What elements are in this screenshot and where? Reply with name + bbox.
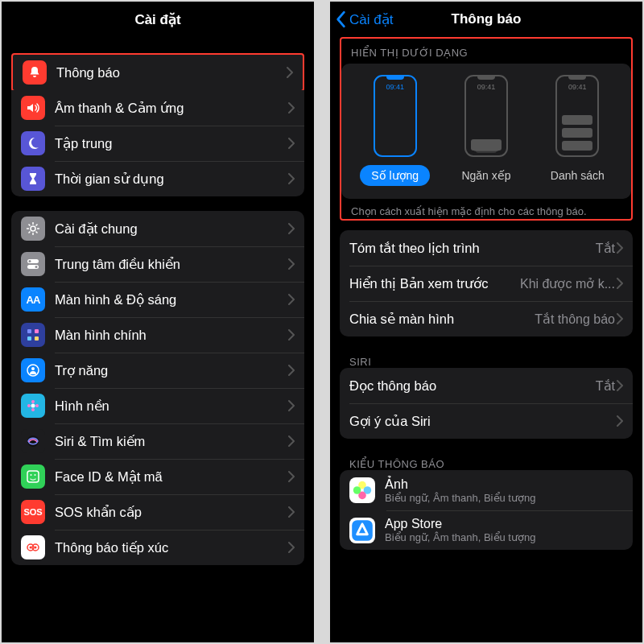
style-header: KIỂU THÔNG BÁO	[349, 458, 623, 470]
row-screentime[interactable]: Thời gian sử dụng	[11, 161, 304, 196]
option-label: Danh sách	[539, 165, 616, 186]
chevron-right-icon	[288, 258, 295, 270]
hourglass-icon	[21, 167, 45, 191]
svg-point-18	[31, 474, 32, 476]
row-exposure[interactable]: Thông báo tiếp xúc	[11, 530, 304, 565]
row-label: Thông báo tiếp xúc	[55, 540, 288, 555]
display-option-list[interactable]: 09:41Danh sách	[537, 75, 617, 186]
row-value: Tắt	[596, 378, 615, 394]
switch-icon	[21, 252, 45, 276]
row-wallpaper[interactable]: Hình nền	[11, 388, 304, 423]
row-notifications[interactable]: Thông báo	[13, 55, 303, 90]
siri-header: SIRI	[349, 356, 623, 368]
svg-point-22	[30, 547, 32, 549]
grid-icon	[21, 323, 45, 347]
speaker-icon	[21, 96, 45, 120]
row-label: Chia sẻ màn hình	[349, 312, 535, 327]
chevron-right-icon	[288, 542, 295, 553]
display-as-section-highlight: HIỂN THỊ DƯỚI DẠNG 09:41Số lượng09:41Ngă…	[340, 37, 633, 221]
app-row-appstore[interactable]: App StoreBiểu ngữ, Âm thanh, Biểu tượng	[340, 510, 633, 550]
row-summary[interactable]: Tóm tắt theo lịch trìnhTắt	[340, 230, 633, 266]
row-label: Siri & Tìm kiếm	[55, 434, 288, 449]
row-label: Màn hình chính	[55, 328, 288, 343]
svg-rect-17	[27, 471, 39, 482]
display-option-stack[interactable]: 09:41Ngăn xếp	[446, 75, 526, 186]
chevron-right-icon	[288, 138, 295, 149]
SOS-icon: SOS	[21, 500, 45, 524]
chevron-right-icon	[617, 278, 623, 289]
AA-icon: AA	[21, 287, 45, 312]
row-accessibility[interactable]: Trợ năng	[11, 353, 304, 388]
row-faceid[interactable]: Face ID & Mật mã	[11, 459, 304, 494]
app-row-photos[interactable]: ẢnhBiểu ngữ, Âm thanh, Biểu tượng	[340, 470, 633, 510]
row-display[interactable]: AAMàn hình & Độ sáng	[11, 282, 304, 317]
row-focus[interactable]: Tập trung	[11, 126, 304, 161]
row-value: Khi được mở k...	[520, 276, 615, 291]
svg-point-19	[35, 474, 36, 476]
siri-icon	[21, 429, 45, 453]
settings-group-2: Cài đặt chungTrung tâm điều khiểnAAMàn h…	[11, 211, 304, 565]
row-value: Tắt	[596, 241, 615, 256]
svg-point-11	[31, 404, 35, 408]
row-sos[interactable]: SOSSOS khẩn cấp	[11, 494, 304, 530]
chevron-right-icon	[288, 294, 295, 305]
svg-point-0	[31, 226, 35, 231]
row-value: Tắt thông báo	[535, 312, 615, 327]
phone-preview-icon: 09:41	[464, 75, 508, 157]
moon-icon	[21, 131, 45, 155]
chevron-right-icon	[288, 102, 295, 114]
svg-point-27	[353, 486, 361, 494]
chevron-right-icon	[288, 506, 295, 518]
chevron-right-icon	[617, 380, 623, 391]
row-control[interactable]: Trung tâm điều khiển	[11, 246, 304, 282]
row-label: Hiển thị Bản xem trước	[349, 276, 520, 291]
nav-bar: Cài đặt	[2, 2, 314, 37]
phone-preview-icon: 09:41	[374, 75, 417, 157]
flower-icon	[21, 394, 45, 418]
photos-icon	[349, 477, 375, 503]
svg-point-12	[31, 400, 35, 403]
row-suggest[interactable]: Gợi ý của Siri	[340, 403, 633, 439]
row-preview[interactable]: Hiển thị Bản xem trướcKhi được mở k...	[340, 266, 633, 301]
app-sub: Biểu ngữ, Âm thanh, Biểu tượng	[385, 492, 623, 504]
bell-icon	[23, 60, 47, 85]
row-siri[interactable]: Siri & Tìm kiếm	[11, 423, 304, 459]
svg-rect-5	[27, 329, 31, 333]
display-as-footer: Chọn cách xuất hiện mặc định cho các thô…	[351, 205, 621, 217]
row-label: Gợi ý của Siri	[349, 414, 617, 429]
nav-bar: Cài đặt Thông báo	[330, 2, 642, 37]
settings-screen: Cài đặt Thông báo Âm thanh & Cảm ứngTập …	[2, 2, 314, 642]
chevron-right-icon	[617, 415, 623, 427]
back-button[interactable]: Cài đặt	[335, 2, 393, 37]
row-label: Tập trung	[55, 136, 288, 151]
phone-preview-icon: 09:41	[555, 75, 599, 157]
page-title: Thông báo	[452, 11, 522, 27]
chevron-left-icon	[335, 10, 346, 28]
svg-point-13	[31, 408, 35, 411]
row-sounds[interactable]: Âm thanh & Cảm ứng	[11, 90, 304, 126]
row-home[interactable]: Màn hình chính	[11, 317, 304, 353]
chevron-right-icon	[288, 223, 295, 234]
settings-group-1: Thông báo	[11, 53, 304, 92]
exposure-icon	[21, 535, 45, 559]
row-label: Trung tâm điều khiển	[55, 257, 288, 272]
face-icon	[21, 464, 45, 489]
preview-time: 09:41	[568, 83, 587, 91]
display-as-picker: 09:41Số lượng09:41Ngăn xếp09:41Danh sách	[341, 64, 631, 199]
back-label: Cài đặt	[349, 11, 393, 28]
display-option-count[interactable]: 09:41Số lượng	[355, 75, 436, 186]
row-general[interactable]: Cài đặt chung	[11, 211, 304, 246]
chevron-right-icon	[288, 471, 295, 482]
chevron-right-icon	[288, 173, 295, 184]
app-name: Ảnh	[385, 477, 623, 492]
row-label: Thời gian sử dụng	[55, 171, 288, 187]
chevron-right-icon	[288, 329, 295, 341]
row-share[interactable]: Chia sẻ màn hìnhTắt thông báo	[340, 301, 633, 336]
chevron-right-icon	[617, 313, 623, 324]
row-label: SOS khẩn cấp	[55, 505, 288, 520]
row-label: Âm thanh & Cảm ứng	[55, 101, 288, 116]
row-announce[interactable]: Đọc thông báoTắt	[340, 368, 633, 403]
row-label: Tóm tắt theo lịch trình	[349, 241, 596, 256]
notifications-screen: Cài đặt Thông báo HIỂN THỊ DƯỚI DẠNG 09:…	[330, 2, 642, 642]
siri-group: Đọc thông báoTắtGợi ý của Siri	[340, 368, 633, 439]
